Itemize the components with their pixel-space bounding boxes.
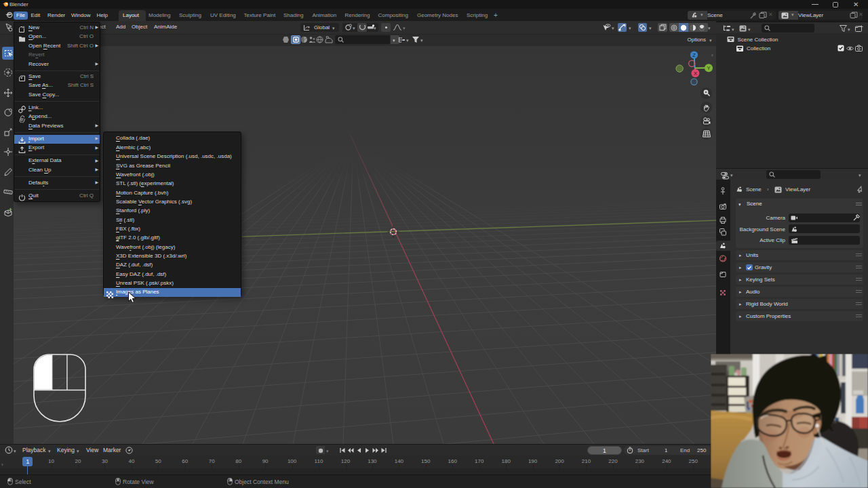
svg-text:Z: Z [692, 52, 696, 58]
svg-text:X: X [694, 70, 697, 77]
svg-text:Y: Y [707, 65, 710, 71]
